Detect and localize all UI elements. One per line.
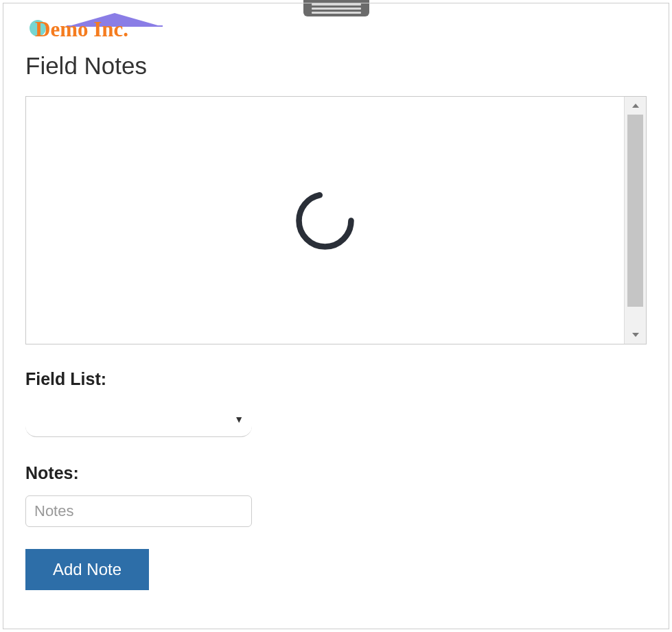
logo-text: Demo Inc. [35,19,128,40]
loading-spinner-icon [292,188,358,253]
field-list-select-container: ▼ [25,401,252,437]
scroll-down-button[interactable] [625,326,646,344]
logo: Demo Inc. [25,19,128,40]
scroll-thumb[interactable] [627,115,643,307]
content-area [26,97,624,344]
page-title: Field Notes [25,52,647,80]
svg-marker-1 [632,104,639,108]
notes-input[interactable] [25,495,252,527]
svg-point-0 [299,194,351,246]
content-panel [25,96,647,344]
main-container: Demo Inc. Field Notes Field List: [3,3,669,629]
svg-marker-2 [632,333,639,337]
scroll-up-button[interactable] [625,97,646,115]
field-list-label: Field List: [25,369,647,389]
field-list-select[interactable] [25,401,252,437]
add-note-button[interactable]: Add Note [25,549,149,590]
notes-label: Notes: [25,463,647,483]
vertical-scrollbar[interactable] [624,97,646,344]
scroll-track[interactable] [625,115,646,326]
